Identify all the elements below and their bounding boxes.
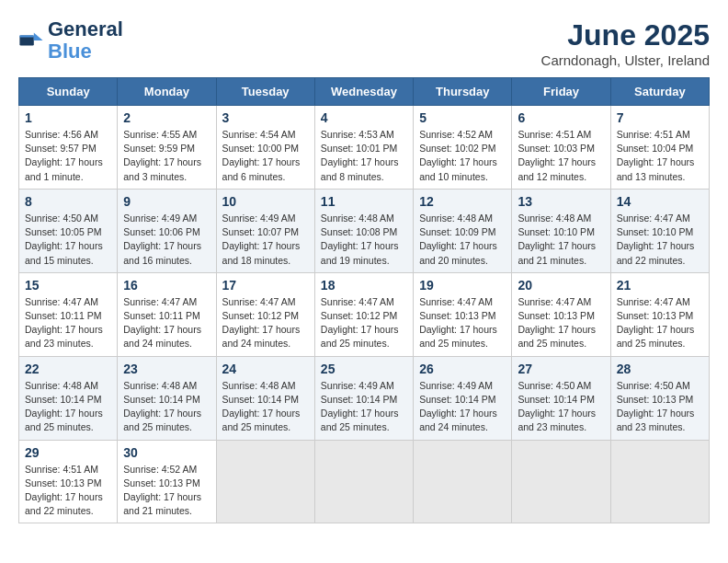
- cell-info: Sunrise: 4:53 AMSunset: 10:01 PMDaylight…: [321, 128, 407, 184]
- cell-day-number: 9: [123, 194, 210, 209]
- logo-line2: Blue: [48, 40, 123, 63]
- cell-info: Sunrise: 4:47 AMSunset: 10:11 PMDaylight…: [25, 295, 111, 351]
- calendar-cell: 3 Sunrise: 4:54 AMSunset: 10:00 PMDaylig…: [216, 106, 314, 190]
- calendar-cell: 30 Sunrise: 4:52 AMSunset: 10:13 PMDayli…: [118, 440, 216, 523]
- cell-info: Sunrise: 4:48 AMSunset: 10:09 PMDaylight…: [419, 212, 506, 268]
- cell-info: Sunrise: 4:50 AMSunset: 10:14 PMDaylight…: [518, 379, 604, 435]
- cell-day-number: 7: [617, 110, 703, 125]
- calendar-cell: [314, 440, 413, 523]
- cell-info: Sunrise: 4:50 AMSunset: 10:05 PMDaylight…: [25, 212, 111, 268]
- cell-day-number: 3: [222, 110, 309, 125]
- location-title: Carndonagh, Ulster, Ireland: [541, 52, 710, 68]
- calendar-cell: 15 Sunrise: 4:47 AMSunset: 10:11 PMDayli…: [19, 272, 118, 356]
- calendar-body: 1 Sunrise: 4:56 AMSunset: 9:57 PMDayligh…: [19, 106, 710, 523]
- cell-info: Sunrise: 4:47 AMSunset: 10:12 PMDaylight…: [321, 295, 407, 351]
- cell-info: Sunrise: 4:51 AMSunset: 10:03 PMDaylight…: [518, 128, 604, 184]
- cell-info: Sunrise: 4:48 AMSunset: 10:08 PMDaylight…: [321, 212, 407, 268]
- cell-day-number: 17: [222, 278, 309, 293]
- cell-day-number: 18: [321, 278, 407, 293]
- day-header-wednesday: Wednesday: [314, 78, 413, 106]
- day-header-thursday: Thursday: [414, 78, 512, 106]
- calendar-cell: 23 Sunrise: 4:48 AMSunset: 10:14 PMDayli…: [118, 356, 216, 440]
- cell-info: Sunrise: 4:47 AMSunset: 10:13 PMDaylight…: [518, 295, 604, 351]
- calendar-cell: 5 Sunrise: 4:52 AMSunset: 10:02 PMDaylig…: [414, 106, 512, 190]
- calendar-cell: 12 Sunrise: 4:48 AMSunset: 10:09 PMDayli…: [414, 189, 512, 272]
- logo: General Blue: [18, 18, 123, 63]
- cell-day-number: 5: [419, 110, 506, 125]
- cell-info: Sunrise: 4:49 AMSunset: 10:14 PMDaylight…: [419, 379, 506, 435]
- cell-info: Sunrise: 4:49 AMSunset: 10:07 PMDaylight…: [222, 212, 309, 268]
- cell-day-number: 30: [123, 445, 210, 460]
- cell-info: Sunrise: 4:48 AMSunset: 10:14 PMDaylight…: [123, 379, 210, 435]
- cell-info: Sunrise: 4:47 AMSunset: 10:11 PMDaylight…: [123, 295, 210, 351]
- cell-info: Sunrise: 4:52 AMSunset: 10:13 PMDaylight…: [123, 463, 210, 519]
- calendar-cell: 6 Sunrise: 4:51 AMSunset: 10:03 PMDaylig…: [512, 106, 610, 190]
- calendar-cell: [610, 440, 709, 523]
- cell-info: Sunrise: 4:47 AMSunset: 10:13 PMDaylight…: [419, 295, 506, 351]
- cell-info: Sunrise: 4:56 AMSunset: 9:57 PMDaylight:…: [25, 128, 111, 184]
- calendar-week-1: 1 Sunrise: 4:56 AMSunset: 9:57 PMDayligh…: [19, 106, 710, 190]
- calendar-cell: 21 Sunrise: 4:47 AMSunset: 10:13 PMDayli…: [610, 272, 709, 356]
- cell-day-number: 2: [123, 110, 210, 125]
- calendar-cell: 16 Sunrise: 4:47 AMSunset: 10:11 PMDayli…: [118, 272, 216, 356]
- logo-icon: [18, 28, 44, 53]
- calendar-cell: 9 Sunrise: 4:49 AMSunset: 10:06 PMDaylig…: [118, 189, 216, 272]
- cell-day-number: 27: [518, 362, 604, 376]
- calendar-table: SundayMondayTuesdayWednesdayThursdayFrid…: [18, 77, 710, 523]
- calendar-cell: 26 Sunrise: 4:49 AMSunset: 10:14 PMDayli…: [414, 356, 512, 440]
- cell-day-number: 29: [25, 445, 111, 460]
- cell-info: Sunrise: 4:47 AMSunset: 10:12 PMDaylight…: [222, 295, 309, 351]
- day-header-monday: Monday: [118, 78, 216, 106]
- title-block: June 2025 Carndonagh, Ulster, Ireland: [541, 18, 710, 68]
- cell-info: Sunrise: 4:51 AMSunset: 10:04 PMDaylight…: [617, 128, 703, 184]
- calendar-cell: 22 Sunrise: 4:48 AMSunset: 10:14 PMDayli…: [19, 356, 118, 440]
- calendar-cell: 18 Sunrise: 4:47 AMSunset: 10:12 PMDayli…: [314, 272, 413, 356]
- cell-day-number: 10: [222, 194, 309, 209]
- calendar-week-5: 29 Sunrise: 4:51 AMSunset: 10:13 PMDayli…: [19, 440, 710, 523]
- cell-info: Sunrise: 4:49 AMSunset: 10:06 PMDaylight…: [123, 212, 210, 268]
- cell-info: Sunrise: 4:52 AMSunset: 10:02 PMDaylight…: [419, 128, 506, 184]
- calendar-cell: 24 Sunrise: 4:48 AMSunset: 10:14 PMDayli…: [216, 356, 314, 440]
- cell-day-number: 6: [518, 110, 604, 125]
- cell-day-number: 22: [25, 362, 111, 376]
- day-header-friday: Friday: [512, 78, 610, 106]
- calendar-week-2: 8 Sunrise: 4:50 AMSunset: 10:05 PMDaylig…: [19, 189, 710, 272]
- calendar-week-4: 22 Sunrise: 4:48 AMSunset: 10:14 PMDayli…: [19, 356, 710, 440]
- calendar-week-3: 15 Sunrise: 4:47 AMSunset: 10:11 PMDayli…: [19, 272, 710, 356]
- calendar-cell: 7 Sunrise: 4:51 AMSunset: 10:04 PMDaylig…: [610, 106, 709, 190]
- cell-info: Sunrise: 4:55 AMSunset: 9:59 PMDaylight:…: [123, 128, 210, 184]
- day-header-tuesday: Tuesday: [216, 78, 314, 106]
- svg-marker-1: [34, 33, 43, 40]
- calendar-cell: [414, 440, 512, 523]
- cell-day-number: 14: [617, 194, 703, 209]
- cell-day-number: 28: [617, 362, 703, 376]
- calendar-cell: 2 Sunrise: 4:55 AMSunset: 9:59 PMDayligh…: [118, 106, 216, 190]
- cell-day-number: 23: [123, 362, 210, 376]
- calendar-cell: 14 Sunrise: 4:47 AMSunset: 10:10 PMDayli…: [610, 189, 709, 272]
- calendar-cell: 19 Sunrise: 4:47 AMSunset: 10:13 PMDayli…: [414, 272, 512, 356]
- cell-info: Sunrise: 4:48 AMSunset: 10:10 PMDaylight…: [518, 212, 604, 268]
- calendar-cell: 27 Sunrise: 4:50 AMSunset: 10:14 PMDayli…: [512, 356, 610, 440]
- svg-rect-2: [19, 36, 33, 38]
- page-header: General Blue June 2025 Carndonagh, Ulste…: [18, 18, 710, 68]
- calendar-cell: 13 Sunrise: 4:48 AMSunset: 10:10 PMDayli…: [512, 189, 610, 272]
- calendar-cell: 1 Sunrise: 4:56 AMSunset: 9:57 PMDayligh…: [19, 106, 118, 190]
- calendar-header-row: SundayMondayTuesdayWednesdayThursdayFrid…: [19, 78, 710, 106]
- cell-day-number: 11: [321, 194, 407, 209]
- calendar-cell: 4 Sunrise: 4:53 AMSunset: 10:01 PMDaylig…: [314, 106, 413, 190]
- cell-info: Sunrise: 4:49 AMSunset: 10:14 PMDaylight…: [321, 379, 407, 435]
- cell-day-number: 26: [419, 362, 506, 376]
- cell-info: Sunrise: 4:47 AMSunset: 10:13 PMDaylight…: [617, 295, 703, 351]
- cell-day-number: 8: [25, 194, 111, 209]
- cell-day-number: 4: [321, 110, 407, 125]
- logo-line1: General: [48, 18, 123, 40]
- cell-info: Sunrise: 4:48 AMSunset: 10:14 PMDaylight…: [222, 379, 309, 435]
- calendar-cell: 10 Sunrise: 4:49 AMSunset: 10:07 PMDayli…: [216, 189, 314, 272]
- calendar-cell: [512, 440, 610, 523]
- calendar-cell: 29 Sunrise: 4:51 AMSunset: 10:13 PMDayli…: [19, 440, 118, 523]
- cell-info: Sunrise: 4:47 AMSunset: 10:10 PMDaylight…: [617, 212, 703, 268]
- cell-day-number: 20: [518, 278, 604, 293]
- calendar-cell: [216, 440, 314, 523]
- cell-day-number: 19: [419, 278, 506, 293]
- calendar-cell: 28 Sunrise: 4:50 AMSunset: 10:13 PMDayli…: [610, 356, 709, 440]
